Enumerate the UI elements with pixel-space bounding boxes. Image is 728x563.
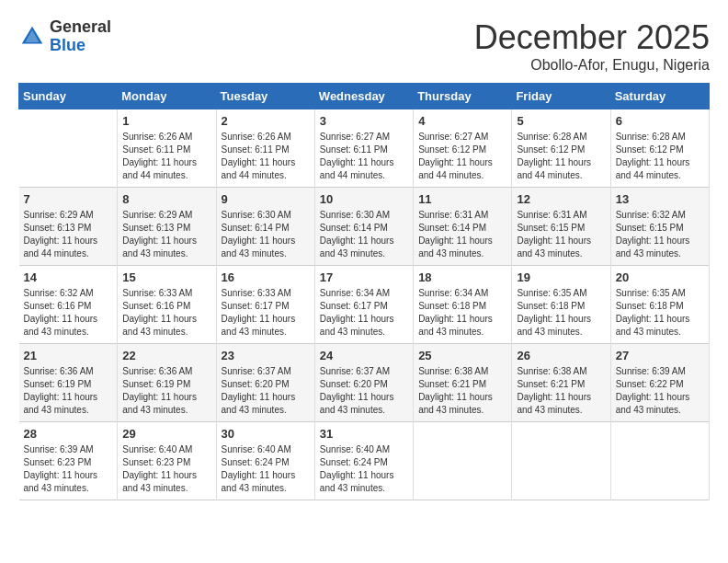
day-number: 22 bbox=[122, 349, 210, 362]
day-info: Sunrise: 6:40 AMSunset: 6:24 PMDaylight:… bbox=[222, 443, 310, 495]
day-number: 1 bbox=[122, 114, 210, 128]
day-number: 2 bbox=[222, 114, 310, 128]
day-cell: 12Sunrise: 6:31 AMSunset: 6:15 PMDayligh… bbox=[512, 188, 610, 266]
day-cell: 6Sunrise: 6:28 AMSunset: 6:12 PMDaylight… bbox=[610, 109, 709, 188]
day-info: Sunrise: 6:35 AMSunset: 6:18 PMDaylight:… bbox=[517, 287, 605, 339]
day-info: Sunrise: 6:33 AMSunset: 6:16 PMDaylight:… bbox=[122, 287, 210, 339]
day-cell: 15Sunrise: 6:33 AMSunset: 6:16 PMDayligh… bbox=[118, 266, 216, 344]
day-cell: 20Sunrise: 6:35 AMSunset: 6:18 PMDayligh… bbox=[610, 266, 709, 344]
day-cell bbox=[414, 422, 512, 500]
header-cell-wednesday: Wednesday bbox=[314, 84, 413, 109]
day-info: Sunrise: 6:26 AMSunset: 6:11 PMDaylight:… bbox=[122, 131, 210, 182]
week-row-5: 28Sunrise: 6:39 AMSunset: 6:23 PMDayligh… bbox=[19, 422, 710, 500]
header-cell-monday: Monday bbox=[118, 84, 216, 109]
logo-general: General bbox=[50, 18, 111, 37]
day-number: 24 bbox=[320, 349, 408, 362]
logo-icon bbox=[18, 23, 46, 51]
day-info: Sunrise: 6:39 AMSunset: 6:22 PMDaylight:… bbox=[616, 365, 704, 417]
day-cell: 11Sunrise: 6:31 AMSunset: 6:14 PMDayligh… bbox=[414, 188, 512, 266]
day-info: Sunrise: 6:32 AMSunset: 6:15 PMDaylight:… bbox=[616, 209, 704, 260]
day-number: 17 bbox=[320, 270, 408, 284]
week-row-3: 14Sunrise: 6:32 AMSunset: 6:16 PMDayligh… bbox=[19, 266, 710, 344]
day-number: 15 bbox=[122, 270, 210, 284]
calendar-header-row: SundayMondayTuesdayWednesdayThursdayFrid… bbox=[19, 84, 710, 109]
day-info: Sunrise: 6:29 AMSunset: 6:13 PMDaylight:… bbox=[24, 209, 113, 260]
day-number: 27 bbox=[616, 349, 704, 362]
day-info: Sunrise: 6:30 AMSunset: 6:14 PMDaylight:… bbox=[320, 209, 408, 260]
day-number: 5 bbox=[517, 114, 605, 128]
day-cell bbox=[512, 422, 610, 500]
day-cell: 18Sunrise: 6:34 AMSunset: 6:18 PMDayligh… bbox=[414, 266, 512, 344]
day-cell: 23Sunrise: 6:37 AMSunset: 6:20 PMDayligh… bbox=[216, 344, 314, 422]
day-cell: 7Sunrise: 6:29 AMSunset: 6:13 PMDaylight… bbox=[19, 188, 118, 266]
day-cell: 8Sunrise: 6:29 AMSunset: 6:13 PMDaylight… bbox=[118, 188, 216, 266]
day-number: 12 bbox=[517, 192, 605, 206]
day-number: 25 bbox=[418, 349, 506, 362]
day-number: 9 bbox=[222, 192, 310, 206]
day-info: Sunrise: 6:30 AMSunset: 6:14 PMDaylight:… bbox=[222, 209, 310, 260]
header-cell-friday: Friday bbox=[512, 84, 610, 109]
day-info: Sunrise: 6:29 AMSunset: 6:13 PMDaylight:… bbox=[122, 209, 210, 260]
day-number: 30 bbox=[222, 427, 310, 441]
day-info: Sunrise: 6:34 AMSunset: 6:17 PMDaylight:… bbox=[320, 287, 408, 339]
day-info: Sunrise: 6:39 AMSunset: 6:23 PMDaylight:… bbox=[24, 443, 113, 495]
day-info: Sunrise: 6:33 AMSunset: 6:17 PMDaylight:… bbox=[222, 287, 310, 339]
page-header: General Blue December 2025 Obollo-Afor, … bbox=[18, 18, 710, 74]
day-cell: 2Sunrise: 6:26 AMSunset: 6:11 PMDaylight… bbox=[216, 109, 314, 188]
day-cell: 25Sunrise: 6:38 AMSunset: 6:21 PMDayligh… bbox=[414, 344, 512, 422]
day-number: 10 bbox=[320, 192, 408, 206]
day-number: 11 bbox=[418, 192, 506, 206]
day-number: 6 bbox=[616, 114, 704, 128]
month-title: December 2025 bbox=[474, 18, 710, 57]
day-info: Sunrise: 6:26 AMSunset: 6:11 PMDaylight:… bbox=[222, 131, 310, 182]
day-cell bbox=[610, 422, 709, 500]
day-number: 31 bbox=[320, 427, 408, 441]
day-number: 3 bbox=[320, 114, 408, 128]
week-row-1: 1Sunrise: 6:26 AMSunset: 6:11 PMDaylight… bbox=[19, 109, 710, 188]
day-info: Sunrise: 6:37 AMSunset: 6:20 PMDaylight:… bbox=[320, 365, 408, 417]
day-info: Sunrise: 6:38 AMSunset: 6:21 PMDaylight:… bbox=[517, 365, 605, 417]
day-cell: 27Sunrise: 6:39 AMSunset: 6:22 PMDayligh… bbox=[610, 344, 709, 422]
day-cell: 14Sunrise: 6:32 AMSunset: 6:16 PMDayligh… bbox=[19, 266, 118, 344]
day-info: Sunrise: 6:36 AMSunset: 6:19 PMDaylight:… bbox=[24, 365, 113, 417]
location: Obollo-Afor, Enugu, Nigeria bbox=[474, 57, 710, 74]
day-number: 26 bbox=[517, 349, 605, 362]
day-info: Sunrise: 6:36 AMSunset: 6:19 PMDaylight:… bbox=[122, 365, 210, 417]
week-row-4: 21Sunrise: 6:36 AMSunset: 6:19 PMDayligh… bbox=[19, 344, 710, 422]
logo: General Blue bbox=[18, 18, 111, 55]
day-number: 7 bbox=[24, 192, 113, 206]
day-cell: 1Sunrise: 6:26 AMSunset: 6:11 PMDaylight… bbox=[118, 109, 216, 188]
day-info: Sunrise: 6:40 AMSunset: 6:23 PMDaylight:… bbox=[122, 443, 210, 495]
day-number: 8 bbox=[122, 192, 210, 206]
day-info: Sunrise: 6:28 AMSunset: 6:12 PMDaylight:… bbox=[517, 131, 605, 182]
day-cell: 19Sunrise: 6:35 AMSunset: 6:18 PMDayligh… bbox=[512, 266, 610, 344]
calendar-table: SundayMondayTuesdayWednesdayThursdayFrid… bbox=[18, 83, 710, 500]
day-info: Sunrise: 6:38 AMSunset: 6:21 PMDaylight:… bbox=[418, 365, 506, 417]
logo-blue: Blue bbox=[50, 37, 111, 55]
day-number: 29 bbox=[122, 427, 210, 441]
day-cell: 31Sunrise: 6:40 AMSunset: 6:24 PMDayligh… bbox=[314, 422, 413, 500]
header-cell-thursday: Thursday bbox=[414, 84, 512, 109]
day-info: Sunrise: 6:31 AMSunset: 6:15 PMDaylight:… bbox=[517, 209, 605, 260]
day-info: Sunrise: 6:40 AMSunset: 6:24 PMDaylight:… bbox=[320, 443, 408, 495]
day-cell: 24Sunrise: 6:37 AMSunset: 6:20 PMDayligh… bbox=[314, 344, 413, 422]
day-cell: 30Sunrise: 6:40 AMSunset: 6:24 PMDayligh… bbox=[216, 422, 314, 500]
day-cell: 10Sunrise: 6:30 AMSunset: 6:14 PMDayligh… bbox=[314, 188, 413, 266]
day-cell: 3Sunrise: 6:27 AMSunset: 6:11 PMDaylight… bbox=[314, 109, 413, 188]
day-number: 4 bbox=[418, 114, 506, 128]
day-info: Sunrise: 6:27 AMSunset: 6:11 PMDaylight:… bbox=[320, 131, 408, 182]
day-cell: 5Sunrise: 6:28 AMSunset: 6:12 PMDaylight… bbox=[512, 109, 610, 188]
day-cell: 17Sunrise: 6:34 AMSunset: 6:17 PMDayligh… bbox=[314, 266, 413, 344]
header-cell-sunday: Sunday bbox=[19, 84, 118, 109]
day-cell: 26Sunrise: 6:38 AMSunset: 6:21 PMDayligh… bbox=[512, 344, 610, 422]
day-number: 13 bbox=[616, 192, 704, 206]
day-cell: 13Sunrise: 6:32 AMSunset: 6:15 PMDayligh… bbox=[610, 188, 709, 266]
day-number: 16 bbox=[222, 270, 310, 284]
day-info: Sunrise: 6:32 AMSunset: 6:16 PMDaylight:… bbox=[24, 287, 113, 339]
day-info: Sunrise: 6:37 AMSunset: 6:20 PMDaylight:… bbox=[222, 365, 310, 417]
day-number: 21 bbox=[24, 349, 113, 362]
day-number: 19 bbox=[517, 270, 605, 284]
header-cell-tuesday: Tuesday bbox=[216, 84, 314, 109]
day-info: Sunrise: 6:35 AMSunset: 6:18 PMDaylight:… bbox=[616, 287, 704, 339]
day-info: Sunrise: 6:31 AMSunset: 6:14 PMDaylight:… bbox=[418, 209, 506, 260]
